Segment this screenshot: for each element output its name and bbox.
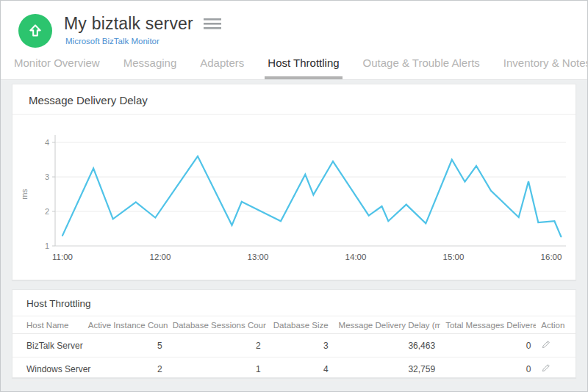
y-tick-label: 1 [45, 242, 49, 250]
action-cell [536, 334, 576, 357]
title-block: My biztalk server Microsoft BizTalk Moni… [64, 14, 221, 47]
value-cell: 0 [440, 334, 536, 357]
x-tick-label: 13:00 [248, 253, 269, 261]
x-tick-label: 15:00 [443, 253, 465, 261]
table-header-row: Host NameActive Instance CountDatabase S… [12, 316, 576, 334]
page-title: My biztalk server [64, 14, 193, 34]
value-cell: 32,759 [334, 357, 441, 381]
table-row-windows-server: Windows Server21432,7590 [12, 357, 576, 381]
tab-messaging[interactable]: Messaging [121, 52, 180, 79]
delivery-delay-chart: 1234ms11:0012:0013:0014:0015:0016:00 [12, 115, 576, 276]
col-header-database-sessions-count: Database Sessions Count [168, 316, 266, 334]
table-row-biztalk-server: BizTalk Server52336,4630 [12, 334, 576, 357]
monitor-type-link[interactable]: Microsoft BizTalk Monitor [65, 37, 159, 46]
action-cell [536, 357, 576, 381]
col-header-message-delivery-delay-ms: Message Delivery Delay (ms) [334, 316, 441, 334]
table-panel-title: Host Throttling [12, 290, 576, 316]
delay-series-line [62, 156, 561, 236]
y-tick-label: 2 [45, 207, 49, 216]
tab-inventory-notes[interactable]: Inventory & Notes [501, 52, 588, 79]
edit-pencil-icon[interactable] [541, 363, 551, 373]
tab-bar: Monitor OverviewMessagingAdaptersHost Th… [1, 52, 587, 80]
hamburger-menu-icon[interactable] [204, 18, 221, 30]
tab-monitor-overview[interactable]: Monitor Overview [11, 52, 103, 79]
y-axis-label: ms [20, 189, 29, 200]
value-cell: 4 [266, 357, 334, 381]
value-cell: 5 [83, 334, 168, 357]
server-avatar [18, 14, 52, 48]
tab-host-throttling[interactable]: Host Throttling [265, 52, 342, 79]
host-throttling-table: Host NameActive Instance CountDatabase S… [12, 316, 576, 381]
value-cell: 2 [168, 334, 266, 357]
up-arrow-icon [26, 21, 45, 40]
col-header-action: Action [536, 316, 576, 334]
app-window: My biztalk server Microsoft BizTalk Moni… [0, 0, 588, 392]
host-name-cell: BizTalk Server [12, 334, 83, 357]
host-throttling-panel: Host Throttling Host NameActive Instance… [12, 289, 576, 378]
y-tick-label: 3 [45, 173, 49, 181]
tab-outage-trouble-alerts[interactable]: Outage & Trouble Alerts [360, 52, 483, 79]
col-header-database-size: Database Size [266, 316, 334, 334]
value-cell: 0 [440, 357, 536, 381]
tab-adapters[interactable]: Adapters [197, 52, 247, 79]
app-header: My biztalk server Microsoft BizTalk Moni… [1, 1, 587, 52]
host-name-cell: Windows Server [12, 357, 83, 381]
col-header-total-messages-delivered: Total Messages Delivered [440, 316, 536, 334]
edit-pencil-icon[interactable] [541, 339, 551, 349]
value-cell: 1 [168, 357, 266, 381]
x-tick-label: 16:00 [541, 253, 562, 261]
x-tick-label: 14:00 [345, 253, 367, 261]
value-cell: 36,463 [334, 334, 441, 357]
chart-panel-title: Message Delivery Delay [12, 84, 576, 114]
chart-panel: Message Delivery Delay 1234ms11:0012:001… [12, 84, 576, 280]
x-tick-label: 11:00 [52, 253, 73, 261]
value-cell: 3 [266, 334, 334, 357]
content-area: Message Delivery Delay 1234ms11:0012:001… [1, 80, 587, 391]
y-tick-label: 4 [45, 138, 49, 147]
x-tick-label: 12:00 [150, 253, 171, 261]
col-header-active-instance-count: Active Instance Count [83, 316, 168, 334]
col-header-host-name: Host Name [12, 316, 83, 334]
value-cell: 2 [83, 357, 168, 381]
